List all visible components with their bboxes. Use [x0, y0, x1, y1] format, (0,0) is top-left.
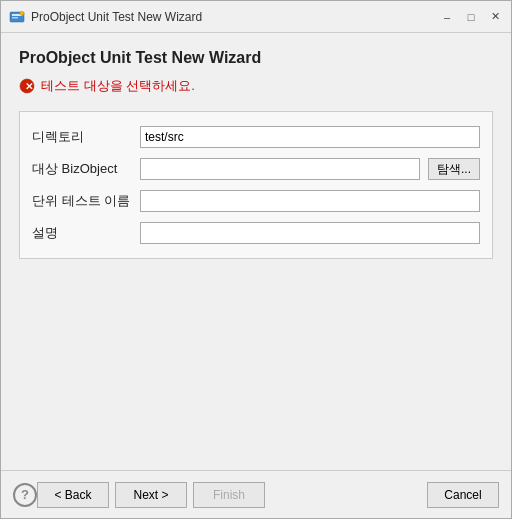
- titlebar-controls: – □ ✕: [439, 9, 503, 25]
- unit-test-label: 단위 테스트 이름: [32, 192, 132, 210]
- maximize-button[interactable]: □: [463, 9, 479, 25]
- svg-rect-2: [12, 17, 18, 19]
- titlebar-left: ★ ProObject Unit Test New Wizard: [9, 9, 202, 25]
- wizard-icon: ★: [9, 9, 25, 25]
- svg-text:★: ★: [21, 12, 24, 16]
- error-icon: ✕: [19, 78, 35, 94]
- next-button[interactable]: Next >: [115, 482, 187, 508]
- footer-buttons: < Back Next > Finish Cancel: [37, 482, 499, 508]
- wizard-content: ProObject Unit Test New Wizard ✕ 테스트 대상을…: [1, 33, 511, 470]
- svg-text:✕: ✕: [25, 81, 33, 92]
- description-row: 설명: [32, 222, 480, 244]
- help-button[interactable]: ?: [13, 483, 37, 507]
- wizard-heading: ProObject Unit Test New Wizard: [19, 49, 493, 67]
- back-button[interactable]: < Back: [37, 482, 109, 508]
- spacer: [19, 259, 493, 462]
- form-area: 디렉토리 대상 BizObject 탐색... 단위 테스트 이름 설명: [19, 111, 493, 259]
- close-button[interactable]: ✕: [487, 9, 503, 25]
- directory-input[interactable]: [140, 126, 480, 148]
- titlebar: ★ ProObject Unit Test New Wizard – □ ✕: [1, 1, 511, 33]
- titlebar-title: ProObject Unit Test New Wizard: [31, 10, 202, 24]
- unit-test-input[interactable]: [140, 190, 480, 212]
- description-input[interactable]: [140, 222, 480, 244]
- minimize-button[interactable]: –: [439, 9, 455, 25]
- cancel-button[interactable]: Cancel: [427, 482, 499, 508]
- bizobject-row: 대상 BizObject 탐색...: [32, 158, 480, 180]
- browse-button[interactable]: 탐색...: [428, 158, 480, 180]
- footer: ? < Back Next > Finish Cancel: [1, 470, 511, 518]
- unit-test-row: 단위 테스트 이름: [32, 190, 480, 212]
- wizard-window: ★ ProObject Unit Test New Wizard – □ ✕ P…: [0, 0, 512, 519]
- description-label: 설명: [32, 224, 132, 242]
- bizobject-input[interactable]: [140, 158, 420, 180]
- error-row: ✕ 테스트 대상을 선택하세요.: [19, 77, 493, 95]
- directory-label: 디렉토리: [32, 128, 132, 146]
- error-message: 테스트 대상을 선택하세요.: [41, 77, 195, 95]
- directory-row: 디렉토리: [32, 126, 480, 148]
- finish-button[interactable]: Finish: [193, 482, 265, 508]
- bizobject-label: 대상 BizObject: [32, 160, 132, 178]
